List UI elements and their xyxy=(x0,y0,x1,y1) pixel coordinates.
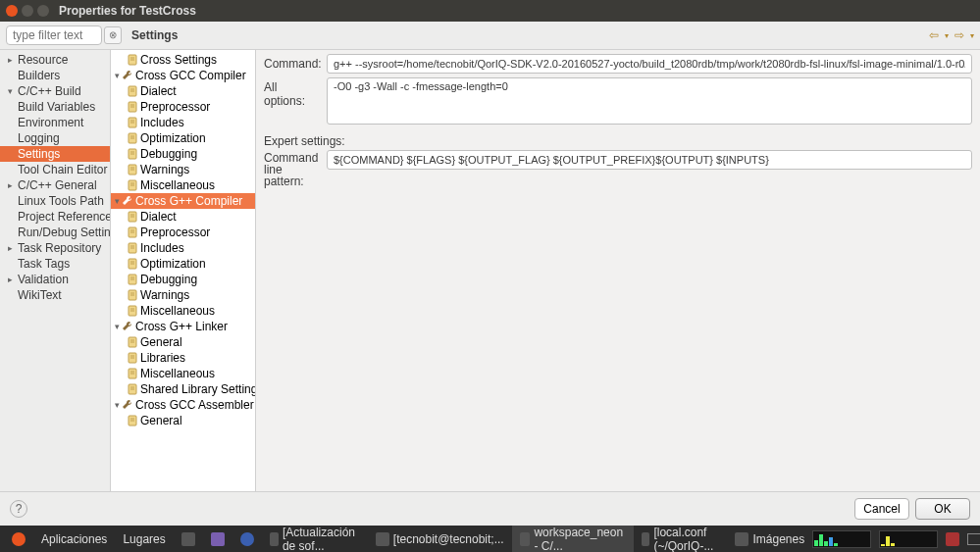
expander-icon[interactable]: ▾ xyxy=(115,69,120,82)
expander-icon[interactable]: ▾ xyxy=(8,84,16,98)
tree-node-cross-g-compiler[interactable]: ▾Cross G++ Compiler xyxy=(111,193,255,209)
tree-node-miscellaneous[interactable]: Miscellaneous xyxy=(111,366,255,381)
nav-forward-menu-icon[interactable]: ▾ xyxy=(970,31,974,40)
help-icon[interactable]: ? xyxy=(10,500,27,518)
tree-node-shared-library-settings[interactable]: Shared Library Settings xyxy=(111,381,255,397)
files-icon[interactable] xyxy=(203,526,232,552)
nav-item-c-c-general[interactable]: ▸C/C++ General xyxy=(0,177,110,193)
tree-node-general[interactable]: General xyxy=(111,413,255,428)
taskbar-window-3[interactable]: [local.conf (~/QorIQ-... xyxy=(634,526,727,552)
places-menu[interactable]: Lugares xyxy=(115,526,173,552)
nav-item-run-debug-settings[interactable]: Run/Debug Settings xyxy=(0,225,110,240)
tree-node-label: Cross GCC Compiler xyxy=(135,69,246,82)
taskbar-window-1[interactable]: [tecnobit@tecnobit;... xyxy=(368,526,512,552)
nav-item-resource[interactable]: ▸Resource xyxy=(0,52,110,68)
taskbar-window-0[interactable]: [Actualización de sof... xyxy=(262,526,368,552)
apps-menu[interactable]: Aplicaciones xyxy=(33,526,115,552)
taskbar[interactable]: Aplicaciones Lugares [Actualización de s… xyxy=(0,526,980,552)
nav-item-c-c-build[interactable]: ▾C/C++ Build xyxy=(0,83,110,99)
nav-item-label: Tool Chain Editor xyxy=(18,163,107,176)
minimize-window-icon[interactable] xyxy=(22,5,33,17)
nav-item-validation[interactable]: ▸Validation xyxy=(0,272,110,287)
expander-icon[interactable]: ▸ xyxy=(8,273,16,286)
tree-node-cross-gcc-assembler[interactable]: ▾Cross GCC Assembler xyxy=(111,397,255,413)
pattern-label: Command line pattern: xyxy=(264,150,321,187)
nav-item-builders[interactable]: Builders xyxy=(0,68,110,83)
tree-node-cross-g-linker[interactable]: ▾Cross G++ Linker xyxy=(111,319,255,334)
page-icon xyxy=(127,226,138,238)
tree-node-cross-settings[interactable]: Cross Settings xyxy=(111,52,255,68)
network-monitor-icon[interactable] xyxy=(879,530,938,548)
nav-item-logging[interactable]: Logging xyxy=(0,130,110,146)
nav-item-task-tags[interactable]: Task Tags xyxy=(0,256,110,272)
page-icon xyxy=(127,305,138,317)
tree-node-warnings[interactable]: Warnings xyxy=(111,287,255,303)
taskbar-window-4[interactable]: Imágenes xyxy=(727,526,812,552)
settings-tree[interactable]: Cross Settings▾Cross GCC CompilerDialect… xyxy=(111,50,256,491)
nav-item-task-repository[interactable]: ▸Task Repository xyxy=(0,240,110,256)
nav-item-tool-chain-editor[interactable]: Tool Chain Editor xyxy=(0,162,110,177)
tree-node-includes[interactable]: Includes xyxy=(111,240,255,256)
firefox-icon[interactable] xyxy=(232,526,262,552)
nav-item-label: Task Tags xyxy=(18,257,70,271)
nav-item-build-variables[interactable]: Build Variables xyxy=(0,99,110,115)
taskbar-window-2[interactable]: workspace_neon - C/... xyxy=(512,526,635,552)
tree-node-preprocessor[interactable]: Preprocessor xyxy=(111,225,255,240)
tree-node-optimization[interactable]: Optimization xyxy=(111,256,255,272)
expander-icon[interactable]: ▸ xyxy=(8,53,16,67)
nav-item-settings[interactable]: Settings xyxy=(0,146,110,162)
window-title: Properties for TestCross xyxy=(59,4,196,18)
nav-item-environment[interactable]: Environment xyxy=(0,115,110,130)
expander-icon[interactable]: ▸ xyxy=(8,178,16,192)
header-row: ⊗ Settings ⇦ ▾ ⇨ ▾ xyxy=(0,22,980,50)
tree-node-warnings[interactable]: Warnings xyxy=(111,162,255,177)
tree-node-debugging[interactable]: Debugging xyxy=(111,272,255,287)
expander-icon[interactable]: ▸ xyxy=(8,241,16,255)
tree-node-label: Libraries xyxy=(140,351,185,365)
workspace-icon[interactable] xyxy=(967,533,980,545)
alloptions-textarea[interactable] xyxy=(327,77,972,125)
nav-back-menu-icon[interactable]: ▾ xyxy=(945,31,949,40)
category-nav[interactable]: ▸ResourceBuilders▾C/C++ BuildBuild Varia… xyxy=(0,50,111,491)
tree-node-preprocessor[interactable]: Preprocessor xyxy=(111,99,255,115)
maximize-window-icon[interactable] xyxy=(37,5,49,17)
expander-icon[interactable]: ▾ xyxy=(115,320,120,333)
tree-node-general[interactable]: General xyxy=(111,334,255,350)
ok-button[interactable]: OK xyxy=(915,498,970,520)
tree-node-includes[interactable]: Includes xyxy=(111,115,255,130)
nav-back-icon[interactable]: ⇦ xyxy=(929,28,939,42)
nav-item-label: Resource xyxy=(18,53,68,67)
expander-icon[interactable]: ▾ xyxy=(115,398,120,412)
cancel-button[interactable]: Cancel xyxy=(854,498,909,520)
close-window-icon[interactable] xyxy=(6,5,18,17)
tree-node-miscellaneous[interactable]: Miscellaneous xyxy=(111,177,255,193)
command-input[interactable] xyxy=(327,54,972,74)
titlebar[interactable]: Properties for TestCross xyxy=(0,0,980,22)
dialog-footer: ? Cancel OK xyxy=(0,491,980,526)
clear-filter-icon[interactable]: ⊗ xyxy=(104,26,122,44)
app-icon xyxy=(735,532,748,546)
wrench-icon xyxy=(122,399,133,411)
tree-node-miscellaneous[interactable]: Miscellaneous xyxy=(111,303,255,319)
nav-item-wikitext[interactable]: WikiText xyxy=(0,287,110,303)
terminal-icon[interactable] xyxy=(174,526,203,552)
tree-node-cross-gcc-compiler[interactable]: ▾Cross GCC Compiler xyxy=(111,68,255,83)
tree-node-label: Warnings xyxy=(140,288,189,302)
nav-forward-icon[interactable]: ⇨ xyxy=(954,28,964,42)
tree-node-libraries[interactable]: Libraries xyxy=(111,350,255,366)
filter-input[interactable] xyxy=(6,25,102,45)
ubuntu-menu-icon[interactable] xyxy=(4,526,33,552)
tree-node-optimization[interactable]: Optimization xyxy=(111,130,255,146)
tree-node-dialect[interactable]: Dialect xyxy=(111,83,255,99)
page-title: Settings xyxy=(131,28,178,42)
nav-item-project-references[interactable]: Project References xyxy=(0,209,110,225)
tree-node-dialect[interactable]: Dialect xyxy=(111,209,255,225)
pattern-input[interactable] xyxy=(327,150,972,170)
tree-node-debugging[interactable]: Debugging xyxy=(111,146,255,162)
page-icon xyxy=(127,132,138,144)
expander-icon[interactable]: ▾ xyxy=(115,194,120,208)
app-tray-icon[interactable] xyxy=(946,532,959,546)
nav-item-linux-tools-path[interactable]: Linux Tools Path xyxy=(0,193,110,209)
app-icon xyxy=(270,532,279,546)
system-monitor-icon[interactable] xyxy=(812,530,871,548)
